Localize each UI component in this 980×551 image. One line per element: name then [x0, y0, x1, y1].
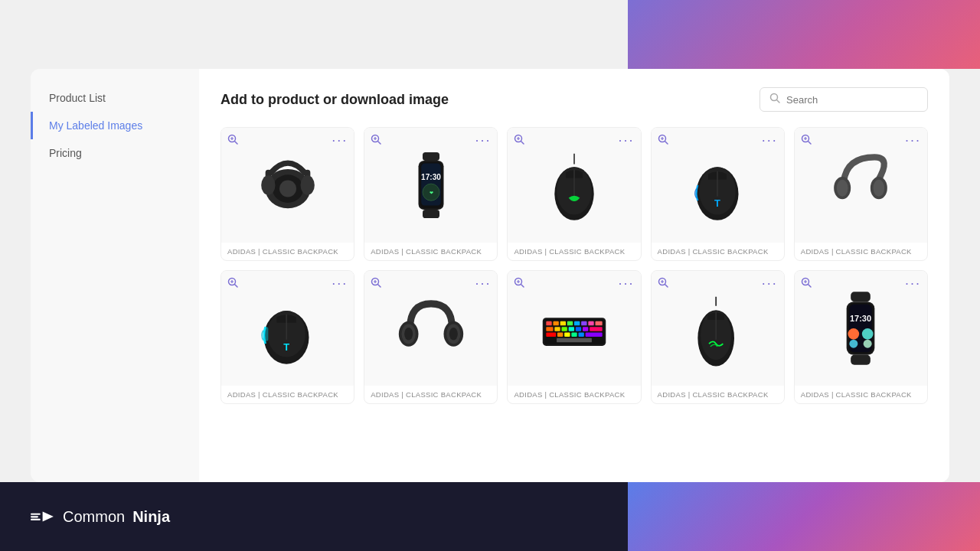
svg-rect-91: [564, 333, 570, 337]
svg-rect-85: [569, 327, 574, 331]
svg-point-115: [864, 340, 872, 348]
more-options-icon[interactable]: ···: [475, 132, 491, 148]
product-label: ADIDAS | CLASSIC BACKPACK: [652, 386, 784, 403]
page-title: Add to product or download image: [220, 92, 449, 108]
product-image-container: ···: [221, 271, 354, 386]
product-label: ADIDAS | CLASSIC BACKPACK: [652, 243, 784, 260]
svg-rect-75: [553, 321, 558, 326]
svg-rect-95: [557, 338, 592, 343]
product-overlay: ···: [652, 276, 784, 292]
bg-gradient-bottom: [628, 482, 980, 551]
svg-marker-121: [43, 512, 54, 522]
svg-rect-84: [561, 327, 567, 331]
svg-point-8: [279, 181, 296, 197]
svg-line-59: [378, 285, 381, 288]
svg-point-47: [837, 180, 848, 197]
product-overlay: ···: [364, 276, 497, 292]
search-box: [760, 87, 928, 112]
svg-line-1: [777, 100, 780, 103]
bg-gradient-top: [628, 0, 980, 69]
zoom-icon[interactable]: [801, 134, 812, 147]
svg-text:17:30: 17:30: [421, 173, 441, 181]
svg-line-34: [665, 142, 668, 145]
product-image-container: ···: [364, 271, 497, 386]
product-label: ADIDAS | CLASSIC BACKPACK: [795, 386, 927, 403]
svg-rect-94: [586, 333, 603, 337]
zoom-icon[interactable]: [514, 277, 524, 290]
product-overlay: ···: [795, 132, 927, 148]
zoom-icon[interactable]: [227, 277, 238, 290]
svg-point-113: [862, 328, 874, 340]
svg-line-14: [378, 142, 381, 145]
logo-icon: [31, 509, 55, 524]
zoom-icon[interactable]: [371, 277, 381, 290]
svg-point-12: [300, 175, 314, 195]
more-options-icon[interactable]: ···: [905, 132, 921, 148]
svg-rect-93: [578, 333, 583, 337]
logo-bar: CommonNinja: [0, 482, 628, 551]
svg-point-114: [850, 340, 858, 348]
svg-rect-77: [567, 321, 573, 326]
logo-text-common: Common: [63, 508, 125, 526]
more-options-icon[interactable]: ···: [332, 132, 348, 148]
product-image-container: ···: [652, 271, 784, 386]
sidebar-item-my-labeled-images[interactable]: My Labeled Images: [31, 112, 199, 139]
product-label: ADIDAS | CLASSIC BACKPACK: [364, 386, 497, 403]
svg-point-67: [449, 328, 458, 341]
more-options-icon[interactable]: ···: [332, 276, 348, 292]
more-options-icon[interactable]: ···: [762, 276, 778, 292]
product-overlay: ···: [364, 132, 497, 148]
svg-rect-86: [576, 327, 581, 331]
svg-rect-89: [546, 333, 556, 337]
more-options-icon[interactable]: ···: [619, 132, 635, 148]
search-input[interactable]: [786, 94, 918, 106]
content-area: Add to product or download image: [199, 69, 949, 482]
product-grid: ···: [220, 127, 928, 404]
svg-rect-118: [31, 514, 41, 515]
svg-rect-79: [581, 321, 586, 326]
sidebar-item-pricing[interactable]: Pricing: [31, 139, 199, 167]
zoom-icon[interactable]: [227, 134, 238, 147]
product-image-container: ···: [508, 128, 640, 243]
zoom-icon[interactable]: [371, 134, 381, 147]
more-options-icon[interactable]: ···: [475, 276, 491, 292]
svg-rect-82: [546, 327, 553, 331]
svg-text:❤: ❤: [429, 191, 433, 195]
product-overlay: ···: [795, 276, 927, 292]
logo: CommonNinja: [31, 508, 170, 526]
product-image-container: ···: [795, 128, 927, 243]
svg-rect-90: [557, 333, 563, 337]
product-card: ···: [651, 270, 785, 404]
product-card: ···: [364, 270, 498, 404]
svg-rect-88: [590, 327, 603, 331]
svg-rect-119: [31, 516, 38, 517]
zoom-icon[interactable]: [658, 277, 668, 290]
zoom-icon[interactable]: [514, 134, 524, 147]
product-label: ADIDAS | CLASSIC BACKPACK: [508, 386, 640, 403]
sidebar-item-product-list[interactable]: Product List: [31, 84, 199, 112]
product-overlay: ···: [508, 132, 640, 148]
more-options-icon[interactable]: ···: [762, 132, 778, 148]
svg-text:17:30: 17:30: [850, 314, 871, 323]
svg-rect-78: [574, 321, 580, 326]
zoom-icon[interactable]: [801, 277, 812, 290]
svg-rect-74: [546, 321, 551, 326]
svg-point-112: [848, 328, 860, 340]
product-label: ADIDAS | CLASSIC BACKPACK: [508, 243, 640, 260]
sidebar-item-label: Pricing: [49, 147, 82, 159]
svg-rect-23: [423, 210, 439, 218]
zoom-icon[interactable]: [658, 134, 668, 147]
svg-rect-83: [554, 327, 560, 331]
svg-rect-92: [571, 333, 577, 337]
more-options-icon[interactable]: ···: [905, 276, 921, 292]
product-overlay: ···: [221, 132, 354, 148]
logo-text-ninja: Ninja: [132, 508, 170, 526]
more-options-icon[interactable]: ···: [619, 276, 635, 292]
product-card: ··· T: [651, 127, 785, 261]
product-image-container: ··· 17:30 ❤: [364, 128, 497, 243]
product-label: ADIDAS | CLASSIC BACKPACK: [221, 386, 354, 403]
product-label: ADIDAS | CLASSIC BACKPACK: [364, 243, 497, 260]
sidebar-item-label: Product List: [49, 92, 106, 104]
product-label: ADIDAS | CLASSIC BACKPACK: [795, 243, 927, 260]
svg-text:T: T: [714, 197, 720, 209]
